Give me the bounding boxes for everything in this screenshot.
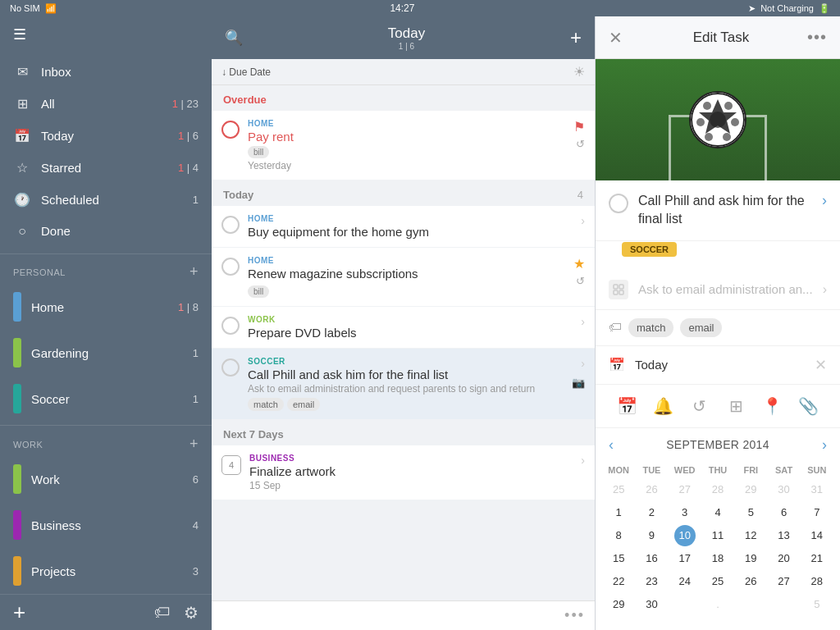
work-group-label: WORK +: [0, 429, 212, 456]
task-artwork-date: 15 Sep: [249, 480, 573, 491]
task-renew-magazine[interactable]: HOME Renew magazine subscriptions bill ★…: [212, 248, 595, 306]
cal-day-30a[interactable]: 30: [776, 478, 791, 500]
svg-point-8: [723, 133, 731, 141]
cal-day-14[interactable]: 14: [810, 524, 824, 546]
task-checkbox-buy[interactable]: [221, 216, 240, 234]
tool-calendar[interactable]: 📅: [609, 393, 645, 419]
more-button[interactable]: •••: [807, 28, 827, 47]
cal-day-8[interactable]: 8: [614, 524, 623, 546]
cal-day-26a[interactable]: 26: [644, 478, 659, 500]
tool-grid[interactable]: ⊞: [718, 393, 754, 419]
tool-attachment[interactable]: 📎: [791, 393, 827, 419]
footer-dots[interactable]: •••: [564, 607, 585, 624]
scheduled-count: 1: [193, 194, 199, 206]
cal-day-25b[interactable]: 25: [710, 570, 725, 592]
star-icon: ☆: [13, 160, 31, 176]
task-checkbox-pay-rent[interactable]: [221, 121, 240, 139]
tool-reminder[interactable]: 🔔: [645, 393, 681, 419]
task-checkbox-renew[interactable]: [221, 258, 240, 276]
cal-day-10-today[interactable]: 10: [674, 525, 696, 546]
sidebar-item-projects[interactable]: Projects 3: [0, 548, 212, 594]
cal-day-24[interactable]: 24: [677, 570, 692, 592]
sidebar-item-home[interactable]: Home 1 | 8: [0, 284, 212, 330]
add-personal-button[interactable]: +: [189, 263, 199, 281]
cal-day-5b[interactable]: 5: [812, 593, 821, 615]
edit-task-checkbox[interactable]: [609, 194, 628, 213]
add-task-list-button[interactable]: +: [570, 26, 582, 49]
task-call-phill[interactable]: SOCCER Call Phill and ask him for the fi…: [212, 349, 595, 419]
cal-day-26b[interactable]: 26: [743, 570, 758, 592]
calendar-next-button[interactable]: ›: [822, 436, 827, 454]
calendar-prev-button[interactable]: ‹: [609, 436, 614, 454]
sidebar-item-done[interactable]: ○ Done: [0, 216, 212, 247]
cal-day-28b[interactable]: 28: [810, 570, 824, 592]
edit-subtask-row[interactable]: Ask to email administration an... ›: [596, 270, 840, 310]
clear-date-button[interactable]: ✕: [815, 356, 827, 374]
sidebar-item-all[interactable]: ⊞ All 1 | 23: [0, 88, 212, 120]
close-button[interactable]: ✕: [609, 28, 635, 48]
cal-day-19[interactable]: 19: [743, 547, 758, 569]
inbox-label: Inbox: [41, 65, 199, 79]
cal-day-27a[interactable]: 27: [677, 478, 692, 500]
cal-day-23[interactable]: 23: [644, 570, 659, 592]
status-right: ➤ Not Charging 🔋: [748, 3, 830, 14]
cal-day-9[interactable]: 9: [647, 524, 656, 546]
sidebar-item-gardening[interactable]: Gardening 1: [0, 330, 212, 376]
task-buy-equipment[interactable]: HOME Buy equipment for the home gym ›: [212, 206, 595, 247]
cal-day-2b[interactable]: .: [714, 593, 721, 615]
task-pay-rent[interactable]: HOME Pay rent bill Yesterday ⚑ ↺: [212, 111, 595, 180]
cal-day-29a[interactable]: 29: [743, 478, 758, 500]
edit-tag-match[interactable]: match: [628, 318, 673, 337]
search-icon[interactable]: 🔍: [225, 29, 243, 47]
cal-day-6[interactable]: 6: [779, 501, 788, 523]
cal-day-3[interactable]: 3: [680, 501, 689, 523]
cal-day-16[interactable]: 16: [644, 547, 659, 569]
task-checkbox-phill[interactable]: [221, 358, 240, 377]
cal-day-1[interactable]: 1: [614, 501, 623, 523]
cal-day-27b[interactable]: 27: [776, 570, 791, 592]
task-prepare-dvd[interactable]: WORK Prepare DVD labels ›: [212, 307, 595, 348]
cal-day-18[interactable]: 18: [710, 547, 725, 569]
tool-repeat[interactable]: ↺: [682, 393, 718, 419]
sidebar-item-work[interactable]: Work 6: [0, 456, 212, 502]
cal-day-12[interactable]: 12: [743, 524, 758, 546]
add-task-button[interactable]: +: [13, 600, 25, 625]
done-icon: ○: [13, 224, 31, 239]
cal-day-5[interactable]: 5: [746, 501, 756, 523]
tag-icon[interactable]: 🏷: [154, 603, 171, 622]
cal-day-25a[interactable]: 25: [611, 478, 626, 500]
sidebar-item-today[interactable]: 📅 Today 1 | 6: [0, 120, 212, 152]
cal-day-4[interactable]: 4: [713, 501, 722, 523]
cal-day-1b[interactable]: [683, 600, 687, 609]
cal-day-21[interactable]: 21: [810, 547, 824, 569]
sort-icon[interactable]: ☀: [573, 64, 585, 80]
hamburger-icon[interactable]: ☰: [13, 25, 26, 43]
cal-day-22[interactable]: 22: [611, 570, 626, 592]
cal-day-29[interactable]: 29: [611, 593, 626, 615]
add-work-button[interactable]: +: [189, 436, 199, 453]
subtask-chevron[interactable]: ›: [823, 282, 827, 297]
cal-day-15[interactable]: 15: [611, 547, 626, 569]
cal-day-11[interactable]: 11: [710, 524, 725, 546]
task-renew-title: Renew magazine subscriptions: [248, 267, 565, 281]
sidebar-item-soccer[interactable]: Soccer 1: [0, 376, 212, 422]
cal-day-2[interactable]: 2: [647, 501, 656, 523]
cal-day-30[interactable]: 30: [644, 593, 659, 615]
settings-icon[interactable]: ⚙: [184, 603, 199, 623]
sidebar-item-business[interactable]: Business 4: [0, 502, 212, 548]
cal-day-20[interactable]: 20: [776, 547, 791, 569]
task-checkbox-dvd[interactable]: [221, 317, 240, 335]
edit-task-chevron[interactable]: ›: [822, 192, 827, 209]
tool-location[interactable]: 📍: [754, 393, 790, 419]
cal-day-31a[interactable]: 31: [810, 478, 824, 500]
sidebar-item-starred[interactable]: ☆ Starred 1 | 4: [0, 152, 212, 184]
task-finalize-artwork[interactable]: 4 BUSINESS Finalize artwork 15 Sep ›: [212, 445, 595, 500]
cal-day-17[interactable]: 17: [677, 547, 692, 569]
cal-day-7[interactable]: 7: [812, 501, 821, 523]
sort-row[interactable]: ↓ Due Date ☀: [212, 59, 595, 85]
sidebar-item-inbox[interactable]: ✉ Inbox: [0, 56, 212, 88]
sidebar-item-scheduled[interactable]: 🕐 Scheduled 1: [0, 184, 212, 216]
edit-tag-email[interactable]: email: [680, 318, 722, 337]
cal-day-13[interactable]: 13: [776, 524, 791, 546]
cal-day-28a[interactable]: 28: [710, 478, 725, 500]
